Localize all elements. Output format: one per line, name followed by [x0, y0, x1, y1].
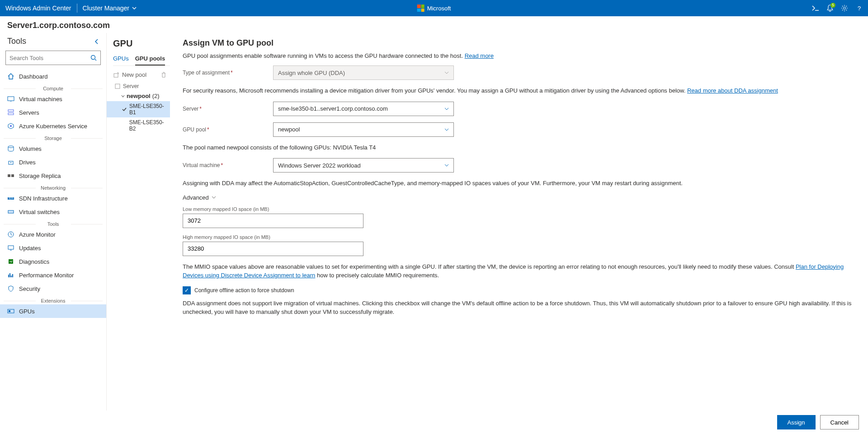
chevron-down-icon	[444, 127, 449, 132]
sidebar-item-diagnostics[interactable]: Diagnostics	[0, 255, 106, 268]
drives-icon	[7, 159, 14, 166]
sidebar-item-perfmon[interactable]: Performance Monitor	[0, 268, 106, 282]
sidebar-item-vm[interactable]: Virtual machines	[0, 92, 106, 106]
security-note: For security reasons, Microsoft recommen…	[183, 86, 858, 95]
sidebar-label: Azure Monitor	[19, 231, 56, 238]
chevron-down-icon	[212, 195, 216, 200]
chevron-down-icon	[121, 94, 125, 98]
svg-rect-16	[8, 246, 14, 249]
tab-gpu-pools[interactable]: GPU pools	[135, 55, 165, 65]
new-pool-label: New pool	[122, 71, 146, 78]
storage-replica-icon	[7, 172, 14, 179]
vm-select[interactable]: Windows Server 2022 workload	[273, 158, 454, 173]
force-shutdown-label: Configure offline action to force shutdo…	[194, 287, 294, 294]
search-input-field[interactable]	[9, 55, 90, 61]
sidebar-label: Servers	[19, 109, 39, 116]
sidebar-label: Security	[19, 285, 40, 292]
sidebar-item-vswitch[interactable]: Virtual switches	[0, 205, 106, 219]
server-row-2[interactable]: SME-LSE350-B2	[113, 117, 170, 134]
sidebar-item-updates[interactable]: Updates	[0, 241, 106, 255]
sidebar-label: SDN Infrastructure	[19, 195, 68, 202]
svg-point-2	[91, 56, 95, 60]
dda-note: DDA assignment does not support live mig…	[183, 299, 858, 317]
vm-icon	[7, 95, 14, 103]
sidebar-label: Storage Replica	[19, 173, 61, 179]
read-more-link[interactable]: Read more	[465, 52, 494, 59]
sidebar-label: Updates	[19, 245, 41, 252]
sidebar-item-drives[interactable]: Drives	[0, 155, 106, 169]
volumes-icon	[7, 145, 14, 152]
sidebar-item-sdn[interactable]: SDNSDN Infrastructure	[0, 191, 106, 205]
gpu-panel: GPU GPUs GPU pools New pool Server newpo…	[107, 33, 170, 433]
server-column-header[interactable]: Server	[113, 82, 170, 91]
server-label: Server	[183, 106, 273, 112]
low-mmio-input[interactable]	[183, 214, 363, 228]
delete-icon[interactable]	[161, 72, 166, 78]
svg-point-9	[10, 162, 11, 163]
type-select: Assign whole GPU (DDA)	[273, 65, 454, 80]
sidebar-label: Azure Kubernetes Service	[19, 123, 87, 130]
force-shutdown-checkbox[interactable]: ✓	[183, 286, 191, 294]
svg-rect-3	[8, 97, 14, 101]
help-icon[interactable]: ?	[855, 5, 863, 12]
gpu-title: GPU	[113, 38, 170, 49]
microsoft-logo-icon	[417, 5, 425, 12]
section-tools: Tools	[0, 221, 106, 227]
chevron-down-icon	[444, 107, 449, 111]
server-row-1[interactable]: SME-LSE350-B1	[107, 101, 170, 117]
divider	[77, 4, 77, 13]
updates-icon	[7, 244, 14, 252]
gpu-pool-select[interactable]: newpool	[273, 122, 454, 137]
security-icon	[7, 285, 14, 292]
high-mmio-input[interactable]	[183, 242, 363, 256]
footer-actions: Assign Cancel	[0, 411, 868, 433]
brand-label: Microsoft	[427, 5, 451, 12]
advanced-toggle[interactable]: Advanced	[183, 194, 858, 201]
sidebar-item-security[interactable]: Security	[0, 282, 106, 295]
sidebar-label: Virtual machines	[19, 96, 62, 103]
assign-button[interactable]: Assign	[777, 415, 816, 429]
section-storage: Storage	[0, 135, 106, 141]
settings-icon[interactable]	[841, 5, 848, 12]
pool-row[interactable]: newpool (2)	[113, 91, 170, 101]
server-header: Server1.corp.contoso.com	[0, 16, 868, 33]
sidebar-label: Volumes	[19, 145, 42, 152]
sidebar-item-azure-monitor[interactable]: Azure Monitor	[0, 228, 106, 241]
chevron-down-icon	[132, 6, 137, 10]
sidebar-item-servers[interactable]: Servers	[0, 106, 106, 119]
vswitch-icon	[7, 208, 14, 215]
sidebar-label: Dashboard	[19, 73, 48, 80]
section-extensions: Extensions	[0, 298, 106, 303]
tools-title: Tools	[7, 37, 26, 46]
low-mmio-label: Low memory mapped IO space (in MB)	[183, 206, 858, 212]
aks-icon	[7, 122, 14, 130]
svg-rect-11	[11, 174, 14, 177]
search-tools-input[interactable]	[5, 51, 101, 65]
notifications-icon[interactable]: 5	[826, 5, 834, 12]
sidebar-item-gpus[interactable]: GPUs	[0, 304, 106, 318]
collapse-tools-icon[interactable]	[94, 39, 99, 44]
sidebar-item-volumes[interactable]: Volumes	[0, 142, 106, 155]
chevron-down-icon	[444, 163, 449, 168]
sidebar-label: Performance Monitor	[19, 272, 74, 279]
cluster-manager-dropdown[interactable]: Cluster Manager	[83, 5, 137, 12]
svg-rect-4	[8, 110, 14, 112]
server-select[interactable]: sme-lse350-b1..server1.corp.contoso.com	[273, 102, 454, 116]
gpu-pool-label: GPU pool	[183, 126, 273, 133]
sidebar-item-storage-replica[interactable]: Storage Replica	[0, 169, 106, 182]
form-content: Assign VM to GPU pool GPU pool assignmen…	[170, 33, 868, 433]
sidebar-item-aks[interactable]: Azure Kubernetes Service	[0, 119, 106, 133]
svg-point-0	[844, 7, 846, 9]
diagnostics-icon	[7, 258, 14, 265]
sidebar-label: GPUs	[19, 308, 35, 315]
cancel-button[interactable]: Cancel	[820, 415, 859, 429]
svg-rect-22	[115, 84, 120, 89]
sidebar-item-dashboard[interactable]: Dashboard	[0, 70, 106, 83]
dda-link[interactable]: Read more about DDA assignment	[687, 87, 778, 94]
tab-gpus[interactable]: GPUs	[113, 55, 129, 65]
servers-icon	[7, 109, 14, 116]
new-pool-button[interactable]: New pool	[113, 71, 146, 78]
powershell-icon[interactable]	[812, 5, 819, 12]
perfmon-icon	[7, 271, 14, 279]
notification-badge: 5	[830, 3, 835, 8]
